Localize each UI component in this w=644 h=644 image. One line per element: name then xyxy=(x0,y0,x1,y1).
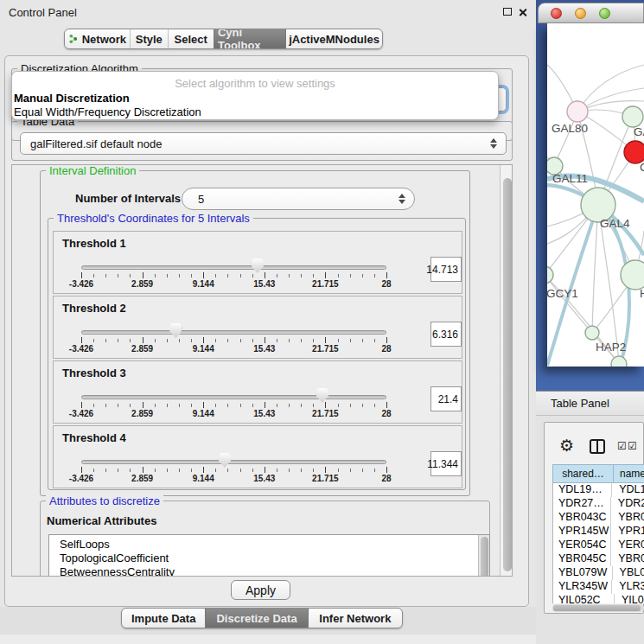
tick-label: 28 xyxy=(381,409,391,418)
threshold-value-field[interactable]: 21.4 xyxy=(430,386,462,411)
attribute-list-item[interactable]: BetweennessCentrality xyxy=(60,565,478,577)
table-cell-shared[interactable]: YPR145W xyxy=(553,525,611,539)
settings-scrollbar-track[interactable] xyxy=(500,165,513,577)
attribute-list-item[interactable]: SelfLoops xyxy=(60,538,478,552)
slider-thumb[interactable] xyxy=(252,258,264,273)
slider-track[interactable] xyxy=(81,460,386,464)
threshold-coordinates-group-title: Threshold's Coordinates for 5 Intervals xyxy=(54,212,253,225)
network-edge[interactable] xyxy=(577,65,644,112)
zoom-window-icon[interactable] xyxy=(599,8,610,19)
close-icon[interactable] xyxy=(518,8,527,17)
network-node[interactable] xyxy=(621,260,644,290)
tab-style[interactable]: Style xyxy=(130,29,168,48)
network-node-label: C xyxy=(640,161,644,174)
tick-label: -3.426 xyxy=(69,474,93,483)
network-node[interactable] xyxy=(567,101,588,122)
network-node[interactable] xyxy=(622,106,643,127)
threshold-value-field[interactable]: 11.344 xyxy=(430,451,462,476)
table-cell-shared[interactable]: YDL19… xyxy=(553,483,612,497)
tab-cyni-toolbox-label: Cyni Toolbox xyxy=(218,29,282,49)
table-row[interactable]: YBR043CYBR0 xyxy=(553,511,644,525)
table-cell-shared[interactable]: YBR043C xyxy=(553,511,611,525)
network-node[interactable] xyxy=(611,356,627,367)
network-node[interactable] xyxy=(547,266,553,284)
tick-label: 2.859 xyxy=(131,344,153,354)
table-cell-name[interactable]: YIL0 xyxy=(615,594,644,603)
network-edge[interactable] xyxy=(547,275,592,333)
slider-thumb[interactable] xyxy=(169,323,182,338)
table-cell-shared[interactable]: YER054C xyxy=(553,539,611,552)
tick-label: 21.715 xyxy=(312,474,339,483)
split-columns-icon[interactable] xyxy=(590,439,605,454)
settings-gear-icon[interactable]: ⚙ xyxy=(559,437,574,454)
table-cell-name[interactable]: YDR2 xyxy=(611,497,644,511)
table-row[interactable]: YDL19…YDL1 xyxy=(553,483,644,497)
table-cell-shared[interactable]: YDR27… xyxy=(553,497,611,511)
bottom-tabbar: Impute Data Discretize Data Infer Networ… xyxy=(121,608,403,628)
tick-label: 28 xyxy=(381,344,391,354)
settings-scrollbar-thumb[interactable] xyxy=(503,178,512,571)
table-cell-name[interactable]: YDL1 xyxy=(612,483,644,497)
table-row[interactable]: YIL052CYIL0 xyxy=(553,594,644,603)
minimize-window-icon[interactable] xyxy=(575,8,586,19)
network-node[interactable] xyxy=(585,326,599,340)
column-header-shared[interactable]: shared… xyxy=(552,464,614,483)
tab-impute-data[interactable]: Impute Data xyxy=(122,609,205,628)
network-node-label: GAL80 xyxy=(552,122,588,135)
checkbox-icon[interactable]: ☑ xyxy=(617,441,627,451)
threshold-value-field[interactable]: 14.713 xyxy=(430,257,462,282)
checkbox-icon[interactable]: ☑ xyxy=(628,441,637,451)
screen: Control Panel Network Style Select xyxy=(0,0,644,644)
column-header-name[interactable]: name xyxy=(614,464,644,483)
threshold-value-field[interactable]: 6.316 xyxy=(430,322,462,347)
number-of-intervals-combobox[interactable]: 5 xyxy=(182,188,415,210)
table-row[interactable]: YBR045CYBR0 xyxy=(553,552,644,566)
table-cell-name[interactable]: YPR1 xyxy=(611,525,644,539)
table-cell-name[interactable]: YLR3 xyxy=(612,580,644,594)
slider-thumb[interactable] xyxy=(219,453,231,468)
number-of-intervals-label: Number of Intervals xyxy=(75,192,181,205)
table-cell-name[interactable]: YBR0 xyxy=(611,552,644,566)
network-canvas-svg: GAL80GACGAL11GAL4GCY1HHAP2 xyxy=(547,23,644,367)
table-cell-name[interactable]: YER0 xyxy=(611,539,644,552)
table-cell-name[interactable]: YBR0 xyxy=(611,511,644,525)
attribute-list-scrollbar[interactable] xyxy=(478,535,489,577)
tab-select[interactable]: Select xyxy=(168,29,214,48)
number-of-intervals-value: 5 xyxy=(198,193,204,206)
tick-label: -3.426 xyxy=(69,279,93,289)
combo-arrows-icon xyxy=(490,138,497,149)
tick-label: 9.144 xyxy=(193,474,214,483)
slider-track[interactable] xyxy=(81,265,386,270)
popup-option-equal-width-frequency[interactable]: Equal Width/Frequency Discretization xyxy=(12,105,498,118)
slider-thumb[interactable] xyxy=(316,388,328,403)
table-hscrollbar-track[interactable] xyxy=(552,604,644,612)
table-row[interactable]: YER054CYER0 xyxy=(553,539,644,552)
table-row[interactable]: YDR27…YDR2 xyxy=(553,497,644,511)
attribute-list-item[interactable]: TopologicalCoefficient xyxy=(60,552,478,565)
tab-cyni-toolbox[interactable]: Cyni Toolbox xyxy=(214,29,285,48)
table-cell-shared[interactable]: YBL079W xyxy=(553,566,613,580)
table-cell-shared[interactable]: YBR045C xyxy=(553,552,611,566)
close-window-icon[interactable] xyxy=(551,8,562,19)
network-window-titlebar[interactable] xyxy=(538,3,644,23)
bottom-strip-light xyxy=(0,634,536,644)
slider-track[interactable] xyxy=(81,395,386,399)
tab-jactivemnodules[interactable]: jActiveMNodules xyxy=(285,29,382,48)
tab-discretize-data[interactable]: Discretize Data xyxy=(205,609,307,628)
table-row[interactable]: YLR345WYLR3 xyxy=(553,580,644,594)
table-row[interactable]: YBL079WYBL0 xyxy=(553,566,644,580)
popup-option-manual-discretization[interactable]: Manual Discretization xyxy=(12,91,498,105)
table-cell-shared[interactable]: YIL052C xyxy=(553,594,615,603)
table-row[interactable]: YPR145WYPR1 xyxy=(553,525,644,539)
table-data-combobox[interactable]: galFiltered.sif default node xyxy=(20,132,507,155)
apply-button[interactable]: Apply xyxy=(231,580,290,600)
tab-network[interactable]: Network xyxy=(65,29,130,48)
slider-track[interactable] xyxy=(81,330,386,335)
network-canvas[interactable]: GAL80GACGAL11GAL4GCY1HHAP2 xyxy=(547,23,644,367)
tab-infer-network[interactable]: Infer Network xyxy=(308,609,402,628)
tick-label: 28 xyxy=(381,279,391,289)
table-cell-name[interactable]: YBL0 xyxy=(613,566,644,580)
table-cell-shared[interactable]: YLR345W xyxy=(553,580,612,594)
float-window-icon[interactable] xyxy=(503,8,512,16)
table-hscrollbar-thumb[interactable] xyxy=(553,605,641,611)
